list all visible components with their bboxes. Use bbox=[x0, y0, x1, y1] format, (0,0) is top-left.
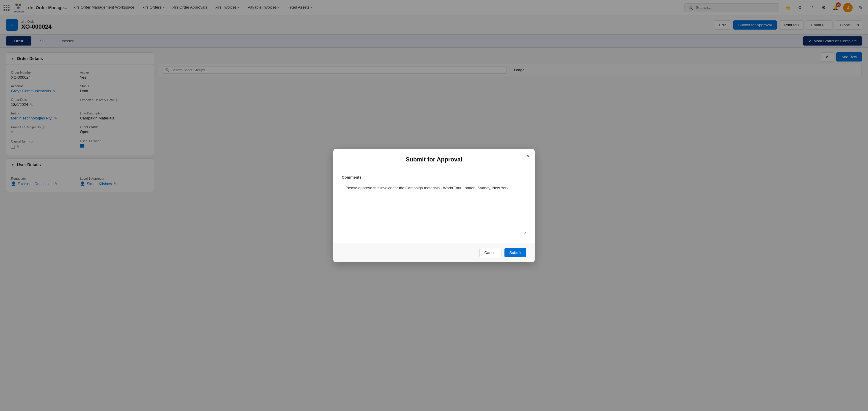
modal-title: Submit for Approval bbox=[406, 156, 462, 163]
modal-footer: Cancel Submit bbox=[333, 243, 535, 262]
comments-textarea[interactable]: Please approve this invoice for the Camp… bbox=[342, 182, 526, 235]
modal-overlay[interactable]: Submit for Approval × Comments Please ap… bbox=[0, 0, 868, 400]
cancel-button[interactable]: Cancel bbox=[479, 248, 501, 257]
modal-close-button[interactable]: × bbox=[526, 153, 530, 159]
modal-header: Submit for Approval × bbox=[333, 149, 535, 168]
submit-approval-modal: Submit for Approval × Comments Please ap… bbox=[333, 149, 535, 262]
submit-button[interactable]: Submit bbox=[504, 248, 526, 257]
modal-body: Comments Please approve this invoice for… bbox=[333, 168, 535, 243]
comments-label: Comments bbox=[342, 175, 526, 179]
